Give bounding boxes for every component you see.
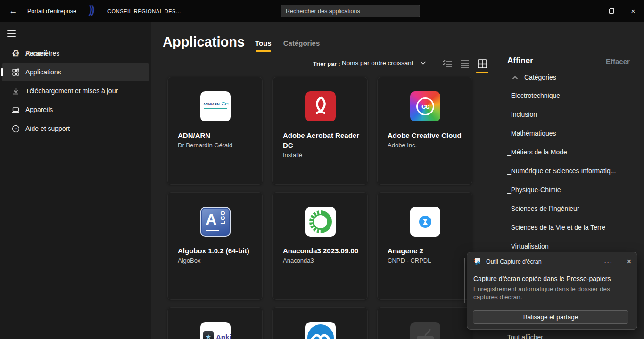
sort-dropdown[interactable]: Noms par ordre croissant <box>342 59 426 66</box>
adn-icon-text: ADN/ARN <box>203 102 220 106</box>
app-name: Anagene 2 <box>388 246 466 256</box>
app-card-adn-arn[interactable]: ADN/ARN ADN/ARN Dr Bernardin Gérald <box>167 77 263 185</box>
app-publisher: Adobe Inc. <box>388 142 466 149</box>
restore-icon[interactable] <box>601 0 622 22</box>
category-item[interactable]: _Métiers de la Mode <box>507 143 644 161</box>
app-card-openoffice[interactable] <box>272 307 368 339</box>
algobox-icon: A LGO <box>200 207 231 237</box>
app-card-acrobat[interactable]: Adobe Acrobat Reader DC Installé <box>272 77 368 185</box>
app-card-anki[interactable]: ★ Anki <box>167 307 263 339</box>
search-input[interactable] <box>281 5 420 17</box>
app-card-anaconda[interactable]: Anaconda3 2023.09.00 Anaconda3 <box>272 192 368 300</box>
tab-categories[interactable]: Catégories <box>283 39 320 52</box>
sidebar: Accueil Applications Téléchargement et m… <box>0 22 151 339</box>
app-publisher: AlgoBox <box>178 257 256 264</box>
category-item[interactable]: _Inclusion <box>507 105 644 124</box>
markup-share-button[interactable]: Balisage et partage <box>473 310 628 324</box>
anaconda-icon <box>305 207 336 237</box>
openoffice-icon <box>305 322 336 339</box>
acrobat-icon <box>305 91 336 121</box>
page-title: Applications <box>163 34 245 50</box>
gear-icon: ⚙ <box>11 49 20 58</box>
app-name: Algobox 1.0.2 (64-bit) <box>178 246 256 256</box>
clear-filters-link[interactable]: Effacer <box>606 57 630 65</box>
chevron-down-icon <box>420 59 426 66</box>
algobox-icon-text: LGO <box>220 210 226 224</box>
category-item[interactable]: _Sciences de l’Ingénieur <box>507 199 644 218</box>
anki-star-icon: ★ <box>206 333 212 339</box>
tab-tous[interactable]: Tous <box>255 39 272 52</box>
app-card-creative-cloud[interactable]: cc Adobe Creative Cloud Adobe Inc. <box>377 77 472 185</box>
cc-icon-text: cc <box>416 97 434 115</box>
tabs: Tous Catégories <box>255 39 320 52</box>
category-item[interactable]: _Numérique et Sciences Informatiq... <box>507 161 644 180</box>
back-icon[interactable]: ← <box>4 0 23 22</box>
titlebar: ← Portail d'entreprise )) CONSEIL RÉGION… <box>0 0 644 22</box>
app-name: Adobe Creative Cloud <box>388 130 466 140</box>
category-item[interactable]: _Physique-Chimie <box>507 180 644 199</box>
creative-cloud-icon: cc <box>410 91 440 121</box>
chevron-up-icon <box>512 73 518 81</box>
category-item[interactable]: _Mathématiques <box>507 124 644 143</box>
view-mode-switcher <box>441 57 488 70</box>
app-name: Adobe Acrobat Reader DC <box>283 130 361 150</box>
toast-title: Capture d'écran copiée dans le Presse-pa… <box>473 275 611 282</box>
menu-icon[interactable] <box>7 30 16 37</box>
app-status: Installé <box>283 152 361 159</box>
minimize-icon[interactable] <box>579 0 601 22</box>
anagene-icon <box>410 207 440 237</box>
category-item-clipped[interactable]: Tout afficher <box>507 333 543 339</box>
category-item[interactable]: _Sciences de la Vie et de la Terre <box>507 218 644 237</box>
categories-group-toggle[interactable]: Catégories <box>512 73 556 81</box>
app-title: Portail d'entreprise <box>27 8 76 15</box>
sidebar-settings: ⚙ Paramètres <box>0 44 147 337</box>
refine-title: Affiner <box>507 56 533 65</box>
categories-group-label: Catégories <box>524 73 556 81</box>
window-controls: × <box>579 0 644 22</box>
app-name: Anaconda3 2023.09.00 <box>283 246 361 256</box>
app-placeholder-icon <box>410 322 440 339</box>
category-filter-list: _Electrotechnique _Inclusion _Mathématiq… <box>507 86 644 256</box>
adn-arn-icon: ADN/ARN <box>200 91 231 121</box>
stacked-notification-edge <box>464 258 465 303</box>
app-name: ADN/ARN <box>178 130 256 140</box>
checklist-view-icon[interactable] <box>441 57 454 70</box>
sidebar-item-label: Paramètres <box>25 49 59 57</box>
toast-subtitle: Enregistrement automatique dans le dossi… <box>473 285 627 301</box>
sort-label: Trier par : <box>313 61 340 67</box>
snipping-tool-icon <box>473 257 481 267</box>
category-item[interactable]: _Electrotechnique <box>507 86 644 105</box>
sidebar-item-parametres[interactable]: ⚙ Paramètres <box>2 44 145 63</box>
algobox-icon-text: A <box>206 212 217 227</box>
app-publisher: Dr Bernardin Gérald <box>178 142 256 149</box>
close-icon[interactable]: × <box>622 0 644 22</box>
more-options-icon[interactable]: ··· <box>604 260 613 264</box>
org-name: CONSEIL RÉGIONAL DES... <box>107 8 181 14</box>
app-publisher: CNPD - CRPDL <box>388 257 466 264</box>
anki-icon-text: Anki <box>216 333 231 339</box>
app-card-algobox[interactable]: A LGO Algobox 1.0.2 (64-bit) AlgoBox <box>167 192 263 300</box>
snip-toast: Outil Capture d'écran ··· × Capture d'éc… <box>467 252 637 330</box>
toast-app-name: Outil Capture d'écran <box>486 258 542 265</box>
org-logo-icon: )) <box>88 3 94 16</box>
app-publisher: Anaconda3 <box>283 257 361 264</box>
toast-close-icon[interactable]: × <box>627 258 631 266</box>
app-card-loading[interactable] <box>377 307 472 339</box>
grid-view-icon[interactable] <box>476 57 488 70</box>
list-view-icon[interactable] <box>459 57 471 70</box>
app-card-anagene[interactable]: Anagene 2 CNPD - CRPDL <box>377 192 472 300</box>
sort-value: Noms par ordre croissant <box>342 59 413 66</box>
anki-icon: ★ Anki <box>200 322 231 339</box>
